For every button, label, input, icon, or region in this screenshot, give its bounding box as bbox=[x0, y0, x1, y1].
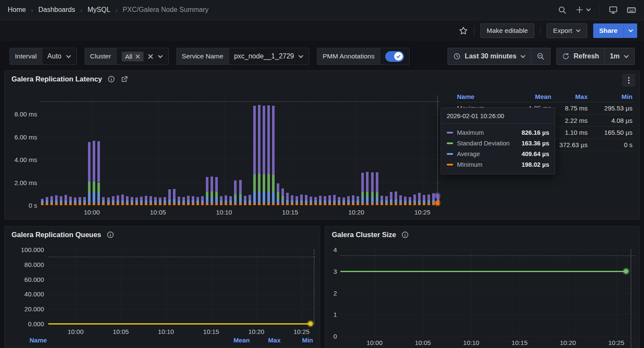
latency-bar-segment bbox=[300, 200, 303, 203]
legend-col-name[interactable]: Name bbox=[455, 93, 512, 100]
latency-bar-segment bbox=[239, 194, 242, 198]
latency-bar-segment bbox=[126, 203, 129, 205]
info-icon[interactable] bbox=[106, 231, 114, 239]
latency-bar-segment bbox=[168, 203, 171, 205]
latency-bar-segment bbox=[244, 203, 246, 205]
gridline bbox=[616, 249, 617, 348]
latency-bar-segment bbox=[371, 197, 374, 203]
latency-bar-segment bbox=[409, 203, 411, 205]
pmm-annotations-toggle[interactable] bbox=[385, 51, 404, 62]
gridline bbox=[520, 249, 520, 348]
breadcrumb-home[interactable]: Home bbox=[8, 6, 26, 14]
latency-bar-segment bbox=[64, 203, 67, 205]
gridline bbox=[121, 249, 121, 324]
latency-bar-segment bbox=[249, 195, 251, 200]
threshold-dashed-line bbox=[340, 255, 635, 256]
info-icon[interactable] bbox=[107, 75, 115, 83]
external-link-icon[interactable] bbox=[120, 75, 129, 83]
keyboard-icon[interactable] bbox=[626, 5, 636, 15]
time-range-picker[interactable]: Last 30 minutes bbox=[448, 48, 531, 64]
make-editable-button[interactable]: Make editable bbox=[480, 23, 535, 38]
latency-bar-segment bbox=[333, 200, 336, 203]
legend-col-min[interactable]: Min bbox=[589, 93, 634, 100]
hover-point-maximum bbox=[435, 194, 439, 198]
legend-value: 0 s bbox=[589, 141, 634, 148]
latency-bar-segment bbox=[159, 197, 161, 200]
cluster-size-line bbox=[340, 271, 626, 272]
latency-bar-segment bbox=[83, 200, 86, 203]
refresh-button[interactable]: Refresh bbox=[557, 48, 604, 64]
latency-bar-segment bbox=[135, 203, 138, 205]
latency-bar-segment bbox=[215, 192, 218, 197]
search-icon[interactable] bbox=[558, 6, 567, 14]
legend-col-name[interactable]: Name bbox=[29, 336, 214, 344]
latency-bar-segment bbox=[178, 200, 180, 203]
latency-bar-segment bbox=[357, 203, 359, 205]
service-name-label: Service Name bbox=[177, 48, 229, 64]
divider bbox=[540, 26, 541, 35]
legend-col-min[interactable]: Min bbox=[281, 336, 313, 344]
latency-bar-segment bbox=[338, 197, 340, 201]
monitor-icon[interactable] bbox=[609, 5, 618, 14]
latency-bar-segment bbox=[418, 193, 421, 201]
share-button-group: Share bbox=[593, 23, 637, 38]
latency-bar-segment bbox=[263, 106, 265, 174]
legend-value: 295.53 µs bbox=[589, 104, 634, 112]
latency-bar-segment bbox=[371, 172, 374, 192]
refresh-interval-select[interactable]: 1m bbox=[604, 48, 634, 64]
latency-bar-segment bbox=[79, 200, 81, 203]
crosshair-line bbox=[437, 96, 438, 205]
latency-bar-segment bbox=[310, 203, 312, 205]
interval-select[interactable]: Auto bbox=[42, 48, 76, 64]
y-axis-label: 80.000 bbox=[5, 261, 44, 268]
latency-bar-segment bbox=[342, 200, 345, 203]
latency-bar-segment bbox=[409, 197, 411, 201]
latency-bar-segment bbox=[178, 203, 180, 205]
legend-col-max[interactable]: Max bbox=[553, 93, 589, 100]
latency-bar-segment bbox=[69, 203, 72, 205]
latency-bar-segment bbox=[296, 203, 298, 205]
y-axis-label: 0.000 bbox=[5, 320, 44, 328]
latency-bar-segment bbox=[215, 197, 218, 203]
panel-menu-icon[interactable] bbox=[622, 74, 635, 87]
breadcrumb-mysql[interactable]: MySQL bbox=[88, 6, 110, 14]
latency-bar-segment bbox=[272, 203, 275, 205]
x-axis-label: 10:05 bbox=[113, 328, 129, 335]
interval-filter: Interval Auto bbox=[9, 48, 77, 65]
latency-bar-segment bbox=[328, 203, 331, 205]
add-menu-button[interactable] bbox=[575, 6, 591, 14]
latency-bar-segment bbox=[93, 203, 95, 205]
cluster-select[interactable]: All bbox=[117, 48, 168, 64]
latency-bar-segment bbox=[225, 195, 227, 200]
export-button[interactable]: Export bbox=[547, 23, 587, 38]
x-axis-label: 10:20 bbox=[348, 209, 364, 216]
service-name-select[interactable]: pxc_node__1_2729 bbox=[229, 48, 309, 64]
latency-bar-segment bbox=[409, 200, 411, 203]
latency-bar-segment bbox=[286, 203, 289, 205]
share-button[interactable]: Share bbox=[593, 23, 624, 38]
latency-bar-segment bbox=[196, 203, 199, 205]
divider bbox=[600, 5, 600, 14]
tooltip-row: Standard Deviation163.36 µs bbox=[441, 138, 555, 148]
latency-bar-segment bbox=[74, 203, 76, 205]
latency-bar-segment bbox=[314, 197, 317, 200]
share-dropdown-button[interactable] bbox=[624, 23, 637, 38]
clear-selection-icon bbox=[148, 54, 153, 59]
legend-col-mean[interactable]: Mean bbox=[214, 336, 250, 344]
legend-col-mean[interactable]: Mean bbox=[512, 93, 553, 100]
breadcrumb-dashboards[interactable]: Dashboards bbox=[38, 6, 75, 14]
latency-bar-segment bbox=[347, 203, 350, 205]
info-icon[interactable] bbox=[401, 231, 409, 239]
legend-value: 4.08 µs bbox=[589, 117, 634, 124]
legend-col-max[interactable]: Max bbox=[250, 336, 281, 344]
latency-bar-segment bbox=[107, 197, 110, 200]
zoom-out-button[interactable] bbox=[531, 48, 550, 64]
latency-bar-segment bbox=[291, 200, 293, 203]
x-axis-label: 10:15 bbox=[512, 339, 528, 346]
cluster-chip-all[interactable]: All bbox=[122, 52, 143, 61]
latency-bar-segment bbox=[173, 189, 176, 199]
latency-bar-segment bbox=[41, 200, 44, 203]
star-icon[interactable] bbox=[459, 26, 468, 35]
gridline bbox=[41, 205, 440, 206]
latency-bar-segment bbox=[277, 203, 279, 205]
